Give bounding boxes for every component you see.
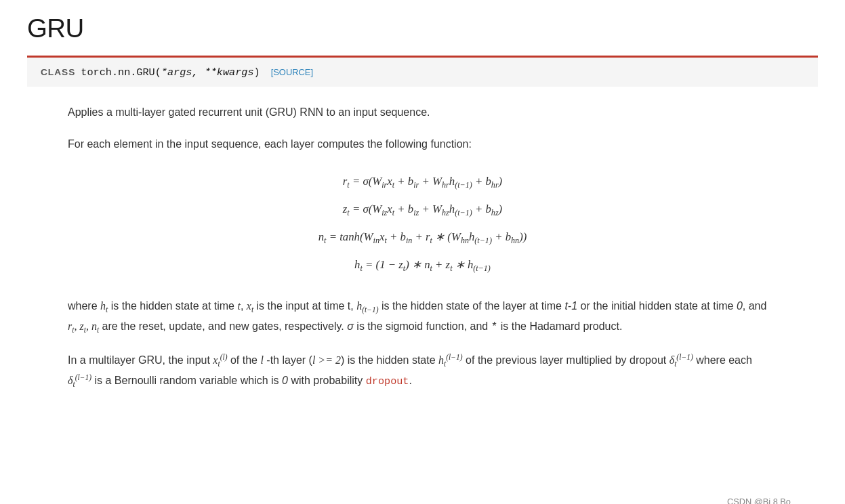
- page-title: GRU: [27, 14, 818, 43]
- dropout-link[interactable]: dropout: [366, 375, 409, 387]
- page-wrapper: GRU CLASS torch.nn.GRU(*args, **kwargs) …: [27, 14, 818, 504]
- equation-nt: nt = tanh(Winxt + bin + rt ∗ (Whnh(t−1) …: [68, 225, 777, 250]
- footer-credit: CSDN @Bi 8 Bo: [727, 497, 791, 504]
- class-name: torch.nn.GRU(: [81, 66, 161, 79]
- class-args: *args, **kwargs: [161, 66, 254, 79]
- class-header: CLASS torch.nn.GRU(*args, **kwargs) [SOU…: [27, 58, 818, 87]
- source-link[interactable]: [SOURCE]: [271, 67, 313, 77]
- multilayer-paragraph: In a multilayer GRU, the input xt(l) of …: [68, 351, 777, 392]
- equation-rt: rt = σ(Wirxt + bir + Whrh(t−1) + bhr): [68, 169, 777, 194]
- math-equations: rt = σ(Wirxt + bir + Whrh(t−1) + bhr) zt…: [68, 169, 777, 278]
- equation-ht: ht = (1 − zt) ∗ nt + zt ∗ h(t−1): [68, 253, 777, 278]
- class-keyword: CLASS: [41, 67, 75, 77]
- where-paragraph: where ht is the hidden state at time t, …: [68, 297, 777, 337]
- intro-paragraph: Applies a multi-layer gated recurrent un…: [68, 103, 777, 121]
- each-element-paragraph: For each element in the input sequence, …: [68, 135, 777, 153]
- class-close: ): [254, 66, 260, 79]
- equation-zt: zt = σ(Wizxt + biz + Whzh(t−1) + bhz): [68, 197, 777, 222]
- main-content: Applies a multi-layer gated recurrent un…: [27, 103, 818, 392]
- class-signature: torch.nn.GRU(*args, **kwargs): [81, 66, 260, 79]
